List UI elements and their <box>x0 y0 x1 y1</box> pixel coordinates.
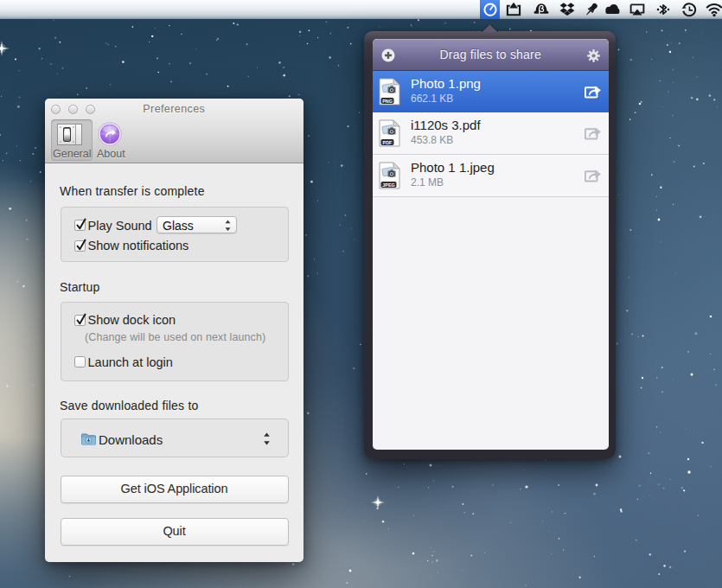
svg-text:PDF: PDF <box>383 140 393 145</box>
svg-text:JPEG: JPEG <box>382 182 394 188</box>
svg-text:PNG: PNG <box>382 99 393 104</box>
